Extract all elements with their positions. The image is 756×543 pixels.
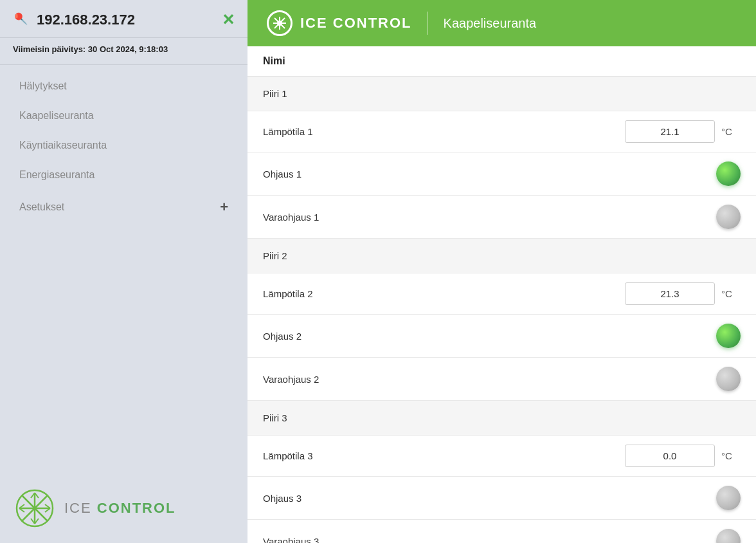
pin-icon: 📍 [10,8,33,32]
lampotila2-input[interactable] [625,282,715,305]
sidebar-header: 📍 192.168.23.172 ✕ [0,0,248,38]
row-label-lampotila1: Lämpötila 1 [263,126,625,137]
lampotila1-input[interactable] [625,120,715,143]
row-label-varaohjaus1: Varaohjaus 1 [263,212,716,223]
sidebar-item-asetukset[interactable]: Asetukset + [0,190,248,225]
row-right [716,161,741,186]
last-update: Viimeisin päivitys: 30 Oct 2024, 9:18:03 [0,38,248,65]
ohjaus1-status-dot [716,161,741,186]
row-label-piiri2: Piiri 2 [263,250,741,261]
row-label-ohjaus2: Ohjaus 2 [263,331,716,342]
lampotila2-unit: °C [721,288,741,299]
row-right: °C [625,282,741,305]
row-right: °C [625,445,741,467]
varaohjaus3-status-dot [716,529,741,543]
table-row: Varaohjaus 1 [248,196,756,239]
sidebar-footer: ICE CONTROL [0,476,248,543]
table-row: Ohjaus 3 [248,477,756,520]
ohjaus2-status-dot [716,324,741,348]
row-label-lampotila3: Lämpötila 3 [263,450,625,461]
row-label-piiri1: Piiri 1 [263,88,741,99]
table-row: Ohjaus 1 [248,152,756,196]
sidebar-item-kaapeliseuranta[interactable]: Kaapeliseuranta [0,101,248,131]
footer-ice-text: ICE CONTROL [64,500,176,516]
varaohjaus1-status-dot [716,205,741,229]
nav-label-asetukset: Asetukset [19,201,64,213]
lampotila1-unit: °C [721,126,741,137]
header-snowflake-icon [267,10,292,36]
table-row: Varaohjaus 2 [248,358,756,401]
close-button[interactable]: ✕ [222,12,235,28]
table-row: Piiri 2 [248,239,756,273]
main-panel: ICE CONTROL Kaapeliseuranta Nimi Piiri 1… [248,0,756,543]
row-right [716,367,741,391]
main-header: ICE CONTROL Kaapeliseuranta [248,0,756,46]
nav-label-kaapeliseuranta: Kaapeliseuranta [19,110,94,122]
row-right [716,486,741,510]
ip-row: 📍 192.168.23.172 [13,12,135,28]
row-label-ohjaus3: Ohjaus 3 [263,493,716,504]
table-row: Ohjaus 2 [248,315,756,358]
ohjaus3-status-dot [716,486,741,510]
nav-label-kayntiaikaseuranta: Käyntiaikaseuranta [19,140,107,151]
header-title: ICE CONTROL [300,15,412,32]
header-divider [428,12,428,35]
sidebar-item-energiaseuranta[interactable]: Energiaseuranta [0,160,248,190]
table-row: Lämpötila 2 °C [248,273,756,315]
table-row: Lämpötila 3 °C [248,436,756,477]
row-label-piiri3: Piiri 3 [263,412,741,423]
header-page: Kaapeliseuranta [444,16,537,31]
row-label-varaohjaus2: Varaohjaus 2 [263,374,716,385]
sidebar-item-halytykset[interactable]: Hälytykset [0,71,248,101]
footer-logo-snowflake-icon [15,489,54,528]
lampotila3-unit: °C [721,450,741,461]
table-row: Lämpötila 1 °C [248,111,756,152]
table-header: Nimi [248,46,756,77]
table-row: Varaohjaus 3 [248,520,756,543]
row-right: °C [625,120,741,143]
table-row: Piiri 1 [248,77,756,111]
row-right [716,529,741,543]
nav-label-energiaseuranta: Energiaseuranta [19,169,94,181]
varaohjaus2-status-dot [716,367,741,391]
row-label-ohjaus1: Ohjaus 1 [263,169,716,179]
sidebar-item-kayntiaikaseuranta[interactable]: Käyntiaikaseuranta [0,131,248,160]
sidebar-ip: 192.168.23.172 [37,12,135,28]
sidebar-nav: Hälytykset Kaapeliseuranta Käyntiaikaseu… [0,65,248,476]
sidebar: 📍 192.168.23.172 ✕ Viimeisin päivitys: 3… [0,0,248,543]
last-update-value: 30 Oct 2024, 9:18:03 [88,44,168,54]
row-label-varaohjaus3: Varaohjaus 3 [263,536,716,544]
table-row: Piiri 3 [248,401,756,436]
lampotila3-input[interactable] [625,445,715,467]
nav-label-halytykset: Hälytykset [19,80,67,92]
main-content: Nimi Piiri 1 Lämpötila 1 °C Ohjaus 1 Var… [248,46,756,543]
footer-brand-text: ICE CONTROL [64,500,176,517]
row-right [716,205,741,229]
asetukset-plus-icon[interactable]: + [220,199,228,216]
row-right [716,324,741,348]
row-label-lampotila2: Lämpötila 2 [263,288,625,299]
header-brand: ICE CONTROL [267,10,412,36]
last-update-label: Viimeisin päivitys: [13,44,86,54]
